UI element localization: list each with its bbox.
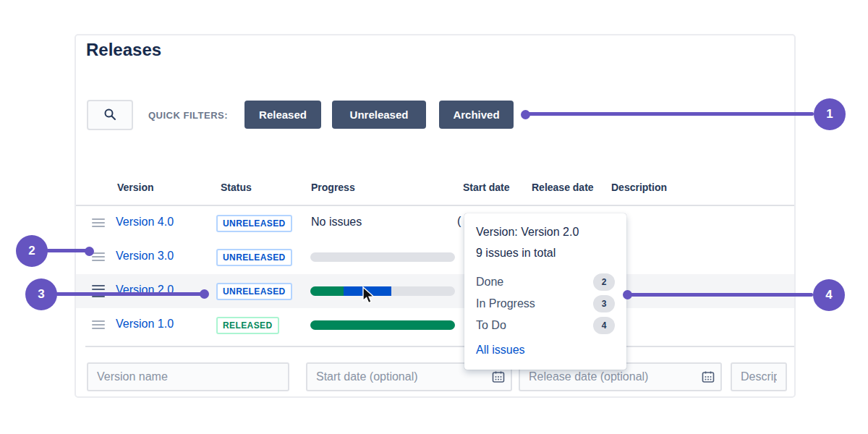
callout-3-badge: 3 xyxy=(25,278,57,310)
column-header-progress: Progress xyxy=(311,182,355,193)
drag-handle-icon[interactable] xyxy=(92,252,105,263)
version-name-input[interactable] xyxy=(87,362,289,391)
callout-2-line xyxy=(46,249,87,252)
table-row: Version 4.0 UNRELEASED No issues xyxy=(76,206,794,240)
column-header-status: Status xyxy=(221,182,252,193)
stat-in-progress: In Progress 3 xyxy=(476,293,615,315)
stat-done: Done 2 xyxy=(476,271,615,293)
progress-bar[interactable] xyxy=(310,320,455,330)
quick-filters-label: QUICK FILTERS: xyxy=(148,110,228,121)
callout-3-line xyxy=(56,292,202,296)
callout-4-badge: 4 xyxy=(813,279,845,311)
stat-to-do: To Do 4 xyxy=(476,315,615,336)
version-link[interactable]: Version 3.0 xyxy=(116,250,174,263)
search-button[interactable] xyxy=(87,100,133,130)
status-badge: UNRELEASED xyxy=(216,249,292,266)
callout-1-badge: 1 xyxy=(814,98,846,130)
version-link[interactable]: Version 4.0 xyxy=(116,216,174,229)
popup-version-title: Version: Version 2.0 xyxy=(476,224,615,240)
popup-issue-total: 9 issues in total xyxy=(476,245,615,261)
stat-label: Done xyxy=(476,276,503,289)
column-header-release-date: Release date xyxy=(532,182,594,193)
all-issues-link[interactable]: All issues xyxy=(476,344,525,357)
callout-3-dot xyxy=(200,289,209,299)
table-bottom-divider xyxy=(85,346,794,347)
filter-released-button[interactable]: Released xyxy=(244,101,321,129)
stat-label: In Progress xyxy=(476,297,535,310)
stat-count-badge: 4 xyxy=(593,317,615,334)
progress-bar[interactable] xyxy=(310,286,455,296)
table-row: Version 2.0 UNRELEASED xyxy=(76,274,794,308)
callout-2-badge: 2 xyxy=(16,235,48,267)
description-field xyxy=(731,362,787,391)
column-header-description: Description xyxy=(611,182,667,193)
callout-4-line xyxy=(628,293,813,297)
progress-done xyxy=(310,286,344,296)
status-badge: RELEASED xyxy=(216,317,279,334)
page-title: Releases xyxy=(86,40,161,60)
popup-stats: Done 2 In Progress 3 To Do 4 xyxy=(476,271,615,336)
callout-2-dot xyxy=(85,247,94,256)
table-row: Version 3.0 UNRELEASED xyxy=(76,240,794,274)
column-header-version: Version xyxy=(117,182,154,193)
version-name-field xyxy=(87,362,289,391)
progress-done xyxy=(310,320,455,330)
stat-label: To Do xyxy=(476,319,506,332)
releases-panel: Releases QUICK FILTERS: Released Unrelea… xyxy=(75,34,796,398)
stat-count-badge: 3 xyxy=(593,295,615,312)
status-badge: UNRELEASED xyxy=(216,283,292,300)
search-icon xyxy=(103,108,116,123)
status-badge: UNRELEASED xyxy=(216,215,292,232)
progress-text: No issues xyxy=(311,216,362,229)
progress-inprogress xyxy=(344,286,391,296)
releases-page: Releases QUICK FILTERS: Released Unrelea… xyxy=(0,0,868,434)
version-progress-popup: Version: Version 2.0 9 issues in total D… xyxy=(464,213,626,370)
callout-1-line xyxy=(525,112,814,116)
column-header-start-date: Start date xyxy=(463,182,510,193)
drag-handle-icon[interactable] xyxy=(92,218,105,229)
drag-handle-icon[interactable] xyxy=(92,320,105,331)
filter-unreleased-button[interactable]: Unreleased xyxy=(332,101,426,129)
stat-count-badge: 2 xyxy=(593,273,615,291)
progress-bar[interactable] xyxy=(310,252,455,262)
filter-archived-button[interactable]: Archived xyxy=(439,101,514,129)
table-row: Version 1.0 RELEASED xyxy=(76,308,794,342)
description-input[interactable] xyxy=(731,362,787,391)
version-link[interactable]: Version 1.0 xyxy=(116,318,174,331)
clipped-start-date-text: ( xyxy=(457,215,461,228)
